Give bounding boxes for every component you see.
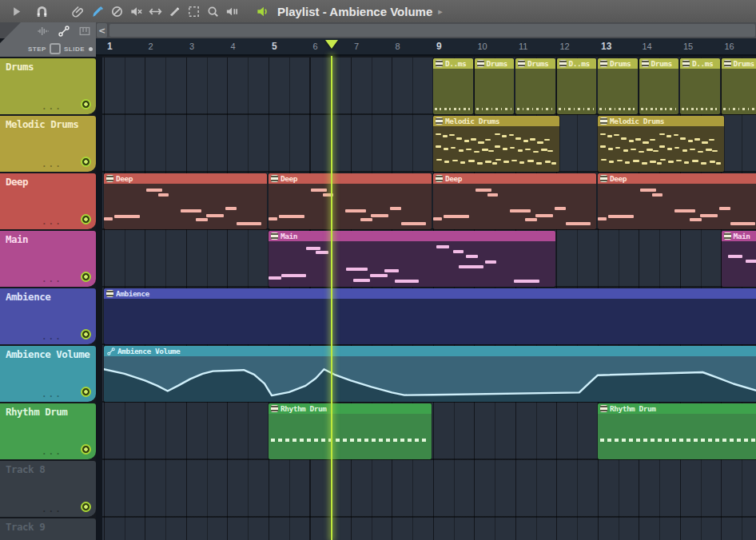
track-enable-led[interactable] (81, 99, 91, 109)
clip-title-bar[interactable]: Deep (598, 173, 756, 184)
clip-body[interactable] (598, 414, 756, 459)
clip-body[interactable] (433, 126, 559, 172)
ruler-bar-8[interactable]: 8 (396, 42, 400, 51)
clip-title-bar[interactable]: Main (722, 231, 756, 241)
clip-d-ms-bar12[interactable]: D..ms (557, 58, 597, 114)
track-header-rhythm-drum[interactable]: Rhythm Drum... (0, 403, 96, 459)
track-header-track-9[interactable]: Track 9... (0, 518, 96, 540)
clip-title-bar[interactable]: Rhythm Drum (269, 403, 432, 414)
clip-body[interactable] (104, 356, 756, 402)
track-enable-led[interactable] (81, 444, 91, 455)
delete-tool-icon[interactable] (107, 2, 126, 20)
clip-body[interactable] (269, 184, 432, 229)
clip-drums-bar13[interactable]: Drums (598, 58, 638, 114)
ruler-bar-3[interactable]: 3 (189, 42, 194, 51)
clip-main-bar5[interactable]: Main (269, 231, 555, 287)
track-header-track-8[interactable]: Track 8... (0, 461, 96, 517)
clip-body[interactable] (722, 241, 756, 287)
clip-title-bar[interactable]: D..ms (433, 58, 473, 69)
track-menu-dots[interactable]: ... (42, 216, 62, 227)
slice-tool-icon[interactable] (165, 2, 184, 20)
timeline-ruler[interactable]: 12345678910111213141516 (96, 38, 756, 56)
clip-ambience-bar1[interactable]: Ambience (104, 288, 756, 344)
track-menu-dots[interactable]: ... (42, 447, 62, 457)
clip-drums-bar16[interactable]: Drums (722, 58, 756, 114)
ruler-bar-5[interactable]: 5 (272, 41, 277, 52)
clip-body[interactable] (598, 184, 756, 229)
track-header-main[interactable]: Main... (0, 231, 96, 287)
clip-title-bar[interactable]: Drums (598, 58, 638, 69)
clip-drums-bar11[interactable]: Drums (515, 58, 555, 114)
clip-body[interactable] (515, 69, 555, 114)
ruler-bar-6[interactable]: 6 (313, 42, 318, 51)
clip-body[interactable] (557, 69, 597, 114)
track-header-deep[interactable]: Deep... (0, 173, 96, 229)
slip-tool-icon[interactable] (69, 2, 88, 20)
clip-title-bar[interactable]: Drums (722, 58, 756, 69)
clip-ambience-volume-bar1[interactable]: Ambience Volume (104, 346, 756, 402)
ruler-bar-1[interactable]: 1 (107, 41, 113, 52)
ruler-bar-13[interactable]: 13 (601, 41, 611, 52)
clip-title-bar[interactable]: Drums (515, 58, 555, 69)
clip-melodic-drums-bar9[interactable]: Melodic Drums (433, 116, 559, 172)
clip-body[interactable] (598, 126, 724, 172)
clip-title-bar[interactable]: Drums (639, 58, 679, 69)
clip-body[interactable] (104, 299, 756, 344)
ruler-bar-15[interactable]: 15 (683, 42, 693, 51)
track-menu-dots[interactable]: ... (42, 504, 62, 514)
ruler-bar-11[interactable]: 11 (519, 42, 527, 51)
clip-title-bar[interactable]: Rhythm Drum (598, 403, 756, 414)
clip-deep-bar5[interactable]: Deep (269, 173, 432, 229)
ruler-bar-10[interactable]: 10 (478, 42, 487, 51)
clip-body[interactable] (475, 69, 515, 114)
select-tool-icon[interactable] (184, 2, 203, 20)
clip-melodic-drums-bar13[interactable]: Melodic Drums (598, 116, 724, 172)
track-enable-led[interactable] (81, 329, 91, 339)
track-menu-dots[interactable]: ... (42, 332, 62, 342)
clip-title-bar[interactable]: Deep (269, 173, 432, 184)
ruler-bar-7[interactable]: 7 (354, 42, 359, 51)
clip-body[interactable] (269, 414, 432, 459)
clip-body[interactable] (433, 69, 473, 114)
clip-title-bar[interactable]: Main (269, 231, 555, 241)
piano-keys-icon[interactable] (78, 25, 91, 38)
stretch-tool-icon[interactable] (145, 2, 165, 20)
track-header-drums[interactable]: Drums... (0, 58, 96, 114)
scroll-left-button[interactable]: < (97, 23, 107, 38)
ruler-bar-9[interactable]: 9 (436, 41, 442, 52)
slide-toggle[interactable] (89, 47, 93, 51)
playback-tool-icon[interactable] (222, 2, 241, 20)
ruler-bar-14[interactable]: 14 (643, 42, 652, 51)
ruler-bar-4[interactable]: 4 (231, 42, 236, 51)
title-menu-arrow[interactable]: ▸ (438, 6, 443, 17)
scrollbar-thumb[interactable] (109, 24, 755, 37)
clip-main-bar16[interactable]: Main (722, 231, 756, 287)
clip-body[interactable] (639, 69, 679, 114)
track-enable-led[interactable] (81, 157, 91, 167)
clip-rhythm-drum-bar5[interactable]: Rhythm Drum (269, 403, 432, 459)
automation-curve[interactable] (104, 356, 756, 402)
clip-title-bar[interactable]: Drums (475, 58, 515, 69)
track-menu-dots[interactable]: ... (42, 101, 62, 112)
mute-tool-icon[interactable] (126, 2, 145, 20)
clip-body[interactable] (269, 241, 555, 287)
clip-deep-bar13[interactable]: Deep (598, 173, 756, 229)
ruler-bar-16[interactable]: 16 (725, 42, 734, 51)
track-header-melodic-drums[interactable]: Melodic Drums... (0, 116, 96, 172)
play-icon[interactable] (6, 2, 26, 20)
clip-deep-bar9[interactable]: Deep (433, 173, 596, 229)
clip-title-bar[interactable]: Melodic Drums (598, 116, 724, 126)
snap-magnet-icon[interactable] (32, 2, 51, 20)
zoom-tool-icon[interactable] (203, 2, 222, 20)
track-enable-led[interactable] (81, 272, 91, 282)
clip-d-ms-bar9[interactable]: D..ms (433, 58, 473, 114)
song-mode-speaker-icon[interactable] (253, 2, 272, 20)
track-menu-dots[interactable]: ... (42, 274, 62, 284)
clip-title-bar[interactable]: Ambience Volume (104, 346, 756, 356)
clip-title-bar[interactable]: D..ms (680, 58, 720, 69)
clip-drums-bar10[interactable]: Drums (475, 58, 515, 114)
clip-body[interactable] (104, 184, 267, 229)
clip-deep-bar1[interactable]: Deep (104, 173, 267, 229)
track-enable-led[interactable] (81, 387, 91, 397)
clip-title-bar[interactable]: Deep (433, 173, 596, 184)
